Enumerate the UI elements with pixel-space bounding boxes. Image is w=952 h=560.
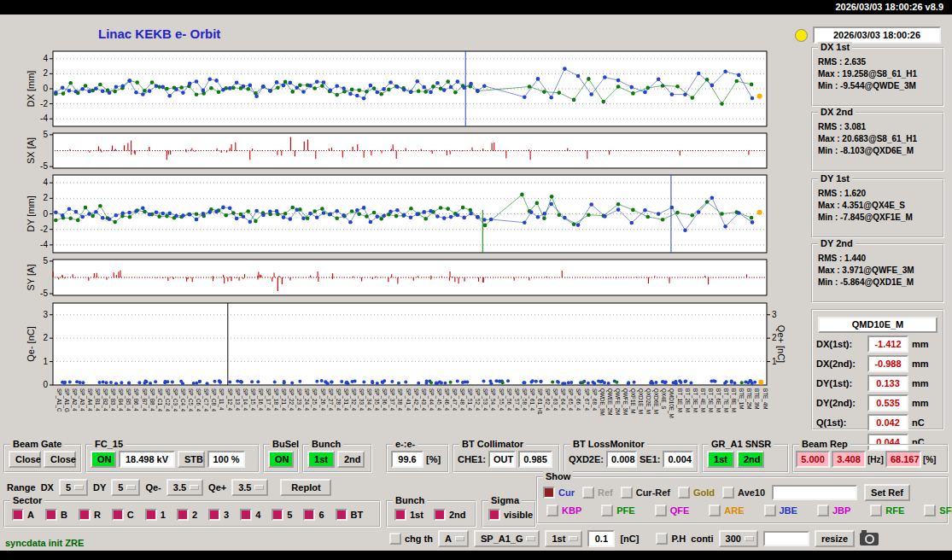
checkbox-gold[interactable]: Gold	[678, 487, 715, 499]
gr-a1-snsr-group: GR_A1 SNSR 1st 2nd	[702, 444, 789, 473]
checkbox-3[interactable]: 3	[208, 509, 229, 521]
svg-text:BT_4E_M: BT_4E_M	[699, 388, 706, 412]
svg-text:SP_32_4: SP_32_4	[350, 388, 357, 411]
snsr-2nd-button[interactable]: 2nd	[737, 451, 764, 468]
busel-group: BuSel ON	[263, 444, 299, 473]
checkbox-p-h[interactable]: P.H	[656, 533, 686, 545]
svg-text:BT_6E_M: BT_6E_M	[715, 388, 721, 412]
svg-text:SP_47_4: SP_47_4	[451, 388, 458, 411]
replot-button[interactable]: Replot	[280, 479, 331, 496]
svg-text:3: 3	[43, 310, 48, 319]
checkbox-cur[interactable]: Cur	[543, 487, 575, 499]
checkbox-sfe[interactable]: SFE	[924, 505, 952, 516]
checkbox-chg-th[interactable]: chg th	[389, 533, 433, 545]
group-title: Beam Rep	[799, 439, 850, 449]
checkbox-indicator	[240, 509, 252, 521]
svg-text:SP_A1_C: SP_A1_C	[55, 388, 62, 412]
svg-text:SP_A2_4: SP_A2_4	[71, 388, 78, 411]
ee-ratio-unit: [%]	[426, 454, 441, 464]
svg-text:-4: -4	[40, 114, 48, 123]
svg-text:SP_B8_4: SP_B8_4	[149, 388, 155, 411]
checkbox-indicator	[678, 487, 690, 499]
svg-text:BT_7E_M: BT_7E_M	[722, 388, 729, 412]
svg-text:5: 5	[43, 256, 48, 265]
svg-text:SP_B3_4: SP_B3_4	[109, 388, 116, 411]
checkbox-bt[interactable]: BT	[336, 509, 364, 521]
checkbox-c[interactable]: C	[112, 509, 134, 521]
svg-text:3: 3	[772, 310, 777, 319]
range-dx-select[interactable]: 5	[59, 479, 88, 496]
status-sector-select[interactable]: A	[438, 530, 469, 547]
checkbox-label: 3	[224, 510, 229, 520]
threshold-value-field[interactable]: 0.1	[587, 530, 615, 547]
svg-text:SP_C5_4: SP_C5_4	[187, 388, 194, 411]
svg-text:SP_24_4: SP_24_4	[303, 388, 310, 411]
monitor-row: DY(1st): 0.133 mm	[813, 375, 943, 392]
checkbox-2nd[interactable]: 2nd	[434, 509, 466, 521]
checkbox-indicator	[303, 509, 315, 521]
svg-text:SP_B2_4: SP_B2_4	[102, 388, 108, 411]
checkbox-a[interactable]: A	[12, 509, 34, 521]
range-qep-select[interactable]: 3.5	[231, 479, 268, 496]
checkbox-visible[interactable]: visible	[488, 509, 533, 521]
camera-icon[interactable]	[860, 533, 879, 545]
stat-box-dy-1st: DY 1st RMS : 1.620 Max : 4.351@QX4E_S Mi…	[811, 178, 944, 238]
checkbox-jbp[interactable]: JBP	[817, 505, 850, 516]
group-title: Bunch	[393, 495, 427, 505]
svg-text:SP_23_4: SP_23_4	[295, 388, 302, 411]
svg-text:SP_52_4: SP_52_4	[474, 388, 481, 411]
checkbox-1st[interactable]: 1st	[394, 509, 423, 521]
svg-text:1: 1	[43, 357, 48, 366]
checkbox-indicator	[394, 509, 406, 521]
checkbox-ref[interactable]: Ref	[582, 487, 613, 499]
checkbox-1[interactable]: 1	[145, 509, 166, 521]
set-ref-button[interactable]: Set Ref	[864, 484, 910, 501]
checkbox-6[interactable]: 6	[303, 509, 324, 521]
range-qem-select[interactable]: 3.5	[166, 479, 203, 496]
svg-text:QXD1E_M: QXD1E_M	[637, 388, 644, 414]
checkbox-5[interactable]: 5	[272, 509, 292, 521]
range-dy-select[interactable]: 5	[111, 479, 140, 496]
fc15-kv-display: 18.498 kV	[119, 451, 175, 468]
checkbox-4[interactable]: 4	[240, 509, 260, 521]
beam-rep-hz-unit: [Hz]	[867, 455, 884, 464]
status-bunch-select[interactable]: 1st	[545, 530, 582, 547]
checkbox-rfe[interactable]: RFE	[870, 505, 904, 516]
checkbox-pfe[interactable]: PFE	[601, 505, 634, 516]
svg-text:SP_44_4: SP_44_4	[428, 388, 435, 411]
conti-label[interactable]: conti	[691, 534, 713, 544]
svg-text:SP_53_4: SP_53_4	[482, 388, 488, 411]
checkbox-2[interactable]: 2	[177, 509, 197, 521]
svg-text:QWFE_2M: QWFE_2M	[614, 388, 621, 415]
checkbox-label: P.H	[671, 534, 686, 544]
checkbox-jbe[interactable]: JBE	[764, 505, 797, 516]
ref-file-input[interactable]	[772, 485, 857, 500]
bunch-2nd-button[interactable]: 2nd	[337, 451, 365, 468]
checkbox-r[interactable]: R	[79, 509, 101, 521]
checkbox-kbp[interactable]: KBP	[546, 505, 581, 516]
snsr-1st-button[interactable]: 1st	[707, 451, 734, 468]
checkbox-label: KBP	[562, 505, 581, 516]
fc15-stb-button[interactable]: STB	[178, 451, 205, 468]
resize-button[interactable]: resize	[815, 530, 855, 547]
fc15-on-button[interactable]: ON	[91, 451, 116, 468]
svg-text:SP_27_4: SP_27_4	[327, 388, 334, 411]
checkbox-ave10[interactable]: Ave10	[722, 487, 765, 499]
beam-gate-close-1-button[interactable]: Close	[9, 451, 41, 468]
beam-gate-close-2-button[interactable]: Close	[44, 451, 76, 468]
monitor-row-value: 0.042	[867, 414, 908, 431]
svg-text:SP_45_4: SP_45_4	[435, 388, 442, 411]
group-title: Sector	[10, 495, 44, 505]
checkbox-qfe[interactable]: QFE	[655, 505, 690, 516]
status-input[interactable]	[763, 531, 809, 546]
interval-select[interactable]: 300	[719, 530, 758, 547]
stat-box-title: DY 1st	[818, 173, 852, 184]
checkbox-are[interactable]: ARE	[709, 505, 744, 516]
checkbox-label: QFE	[670, 505, 690, 516]
beam-rep-pct-unit: [%]	[923, 455, 937, 464]
checkbox-b[interactable]: B	[45, 509, 67, 521]
bunch-1st-button[interactable]: 1st	[307, 451, 335, 468]
status-monitor-select[interactable]: SP_A1_G	[474, 530, 540, 547]
busel-on-button[interactable]: ON	[268, 451, 294, 468]
checkbox-cur-ref[interactable]: Cur-Ref	[621, 487, 670, 499]
